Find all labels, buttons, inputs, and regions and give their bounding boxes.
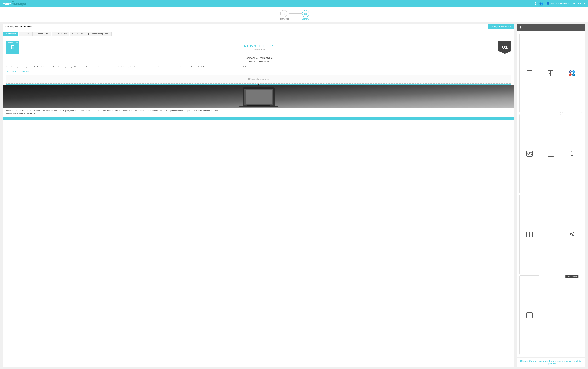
step-parametres-circle: ⚙: [280, 10, 287, 17]
step-contenu-circle: ▤: [302, 10, 309, 17]
stepper: ⚙ Paramètres ▤ Contenu: [0, 7, 588, 22]
element-resize[interactable]: [562, 114, 582, 193]
newsletter-link[interactable]: Iaculatores sollicite iuxta: [3, 70, 514, 75]
newsletter-accroche: Accroche ou thématique de votre newslett…: [3, 55, 514, 66]
text-block-icon: [526, 70, 533, 76]
laptop-image: [3, 85, 514, 108]
message-icon: ✎: [6, 33, 7, 35]
newsletter-issue: 01: [498, 41, 511, 54]
facebook-icon: f: [569, 70, 572, 73]
svg-rect-8: [247, 105, 270, 106]
step-parametres-label: Paramètres: [279, 18, 289, 20]
newsletter-logo: E VOTRE LOGO: [6, 41, 19, 54]
svg-marker-25: [571, 151, 573, 152]
tab-message[interactable]: ✎ Message: [3, 31, 19, 36]
nav-right: ? 👥 👤 MARIE Gwendoline - EmailStrategie: [534, 2, 585, 6]
drop-hint: Glisser déposer un élément ci-dessus sur…: [517, 357, 585, 367]
email-test-bar: Envoyer un email test: [3, 24, 514, 29]
settings-icon: ⚙: [519, 26, 522, 29]
tab-apercu[interactable]: ☐/☐ Aperçu: [70, 31, 86, 36]
newsletter-title-area: NEWSLETTER novembre 2012: [19, 44, 498, 50]
svg-text:n: n: [549, 72, 550, 74]
drop-zone-text: Déposer l'élément ici: [248, 78, 269, 81]
send-test-email-button[interactable]: Envoyer un email test: [488, 24, 514, 29]
user-info: 👤 MARIE Gwendoline - EmailStrategie: [546, 2, 585, 5]
download-icon: ⬇: [54, 33, 56, 35]
drop-zone[interactable]: Déposer l'élément ici: [6, 75, 511, 84]
element-social[interactable]: f t g+ in: [562, 33, 582, 113]
user-name: MARIE Gwendoline - EmailStrategie: [551, 2, 585, 5]
social-icons-group: f t g+ in: [569, 70, 575, 76]
tab-html[interactable]: </> HTML: [19, 31, 32, 36]
two-col-b-icon: [526, 231, 533, 238]
element-one-col-sidebar[interactable]: [541, 114, 561, 193]
svg-rect-9: [527, 71, 532, 76]
svg-text:wew: wew: [3, 1, 11, 6]
tab-telecharger[interactable]: ⬇ Télécharger: [52, 31, 70, 36]
call-to-action-icon: [569, 231, 575, 238]
step-contenu[interactable]: ▤ Contenu: [302, 10, 309, 20]
image-text-icon: [526, 151, 533, 157]
newsletter-title: NEWSLETTER: [19, 44, 498, 48]
main-content: Envoyer un email test ✎ Message </> HTML…: [0, 22, 588, 369]
top-navigation: wew manager ✓ ? 👥 👤 MARIE Gwendoline - E…: [0, 0, 588, 7]
svg-rect-6: [246, 90, 272, 104]
two-col-c-icon: [547, 231, 554, 238]
step-connector: [289, 13, 302, 14]
right-panel: ⚙ n: [517, 24, 585, 367]
newsletter-header: E VOTRE LOGO NEWSLETTER novembre 2012 01: [3, 38, 514, 55]
svg-text:✓: ✓: [12, 2, 13, 3]
left-panel: Envoyer un email test ✎ Message </> HTML…: [3, 24, 514, 367]
import-icon: ⬇: [35, 33, 37, 35]
tab-import-html[interactable]: ⬇ Import HTML: [33, 31, 52, 36]
laptop-svg: [238, 86, 280, 107]
resize-icon: [569, 151, 575, 157]
right-panel-header: ⚙: [517, 24, 585, 31]
html-icon: </>: [21, 33, 24, 35]
newsletter-month: novembre 2012: [19, 48, 498, 50]
two-col-icon: n: [547, 70, 554, 76]
step-parametres[interactable]: ⚙ Paramètres: [279, 10, 289, 20]
newsletter-preview: E VOTRE LOGO NEWSLETTER novembre 2012 01…: [3, 38, 514, 120]
newsletter-bottom-text: Novodenique perniciosoque exemplo idem G…: [3, 108, 514, 116]
email-test-input[interactable]: [3, 24, 488, 29]
newsletter-footer: [3, 117, 514, 120]
element-call-to-action[interactable]: Call to action: [562, 195, 582, 274]
google-icon: g+: [569, 73, 572, 76]
twitter-icon: t: [572, 70, 575, 73]
play-icon: ▶: [88, 33, 90, 35]
svg-rect-22: [548, 151, 554, 156]
newsletter-image: [3, 85, 514, 108]
element-image-text[interactable]: [519, 114, 539, 193]
one-col-sidebar-icon: [547, 151, 554, 157]
apercu-icon: ☐/☐: [72, 33, 76, 35]
three-col-icon: [526, 312, 533, 318]
svg-rect-35: [527, 313, 533, 318]
element-three-col[interactable]: [519, 276, 539, 355]
logo: wew manager ✓: [3, 1, 28, 6]
element-two-col[interactable]: n: [541, 33, 561, 113]
linkedin-icon: in: [572, 73, 575, 76]
tab-lancer-apercu[interactable]: ▶ Lancer l'aperçu inbox: [86, 31, 112, 36]
svg-rect-30: [548, 232, 554, 237]
element-two-col-b[interactable]: [519, 195, 539, 274]
users-icon[interactable]: 👥: [539, 2, 543, 6]
issue-number: 01: [502, 44, 507, 50]
call-to-action-tooltip: Call to action: [566, 275, 579, 278]
element-two-col-c[interactable]: [541, 195, 561, 274]
newsletter-body-text: Novo denique perniciosoque exemplo idem …: [3, 66, 514, 70]
help-icon[interactable]: ?: [534, 2, 536, 6]
drop-zone-bar[interactable]: ⬆ 500 521: [6, 84, 511, 85]
votre-logo-text: VOTRE LOGO: [8, 42, 18, 43]
toolbar-tabs: ✎ Message </> HTML ⬇ Import HTML ⬇ Téléc…: [3, 31, 514, 36]
user-avatar-icon: 👤: [546, 2, 550, 5]
logo-letter: E: [10, 44, 14, 51]
step-contenu-label: Contenu: [302, 18, 309, 20]
svg-marker-26: [571, 155, 573, 156]
elements-grid: n f t g+ in: [517, 31, 585, 357]
element-text-block[interactable]: [519, 33, 539, 113]
